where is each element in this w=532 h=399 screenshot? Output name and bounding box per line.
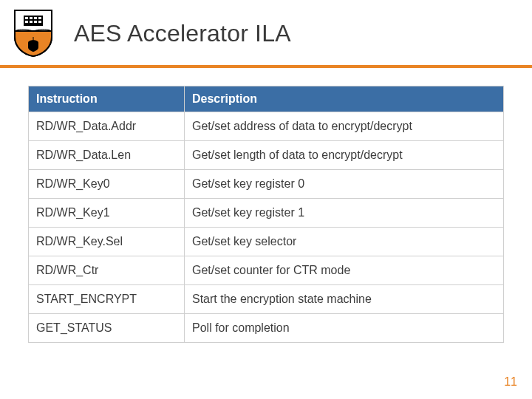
cell-instruction: RD/WR_Key0 xyxy=(29,170,185,199)
table-row: START_ENCRYPT Start the encryption state… xyxy=(29,285,504,314)
table-row: RD/WR_Key1 Get/set key register 1 xyxy=(29,199,504,228)
cell-description: Get/set key register 0 xyxy=(185,170,504,199)
table-row: RD/WR_Data.Len Get/set length of data to… xyxy=(29,141,504,170)
slide-header: AES Accelerator ILA xyxy=(0,0,532,58)
col-header-description: Description xyxy=(185,86,504,112)
svg-rect-2 xyxy=(30,17,33,19)
svg-rect-6 xyxy=(30,21,33,23)
table-row: RD/WR_Key0 Get/set key register 0 xyxy=(29,170,504,199)
cell-description: Get/set address of data to encrypt/decry… xyxy=(185,112,504,141)
cell-instruction: RD/WR_Ctr xyxy=(29,256,185,285)
cell-instruction: RD/WR_Data.Len xyxy=(29,141,185,170)
table-row: RD/WR_Ctr Get/set counter for CTR mode xyxy=(29,256,504,285)
cell-description: Get/set key selector xyxy=(185,228,504,256)
svg-rect-4 xyxy=(38,17,41,19)
table-container: Instruction Description RD/WR_Data.Addr … xyxy=(0,68,532,343)
cell-instruction: RD/WR_Data.Addr xyxy=(29,112,185,141)
table-row: RD/WR_Data.Addr Get/set address of data … xyxy=(29,112,504,141)
cell-description: Get/set length of data to encrypt/decryp… xyxy=(185,141,504,170)
cell-description: Get/set key register 1 xyxy=(185,199,504,228)
cell-instruction: GET_STATUS xyxy=(29,314,185,343)
svg-rect-1 xyxy=(25,17,28,19)
page-number: 11 xyxy=(504,375,517,389)
table-row: RD/WR_Key.Sel Get/set key selector xyxy=(29,228,504,256)
svg-rect-8 xyxy=(38,21,41,23)
svg-rect-3 xyxy=(34,17,37,19)
cell-description: Start the encryption state machine xyxy=(185,285,504,314)
instruction-table: Instruction Description RD/WR_Data.Addr … xyxy=(28,86,504,343)
svg-rect-7 xyxy=(34,21,37,23)
cell-instruction: RD/WR_Key1 xyxy=(29,199,185,228)
cell-instruction: RD/WR_Key.Sel xyxy=(29,228,185,256)
cell-description: Get/set counter for CTR mode xyxy=(185,256,504,285)
slide-title: AES Accelerator ILA xyxy=(74,20,291,47)
princeton-shield-icon xyxy=(13,9,53,58)
table-row: GET_STATUS Poll for completion xyxy=(29,314,504,343)
cell-instruction: START_ENCRYPT xyxy=(29,285,185,314)
col-header-instruction: Instruction xyxy=(29,86,185,112)
svg-rect-5 xyxy=(25,21,28,23)
cell-description: Poll for completion xyxy=(185,314,504,343)
table-header-row: Instruction Description xyxy=(29,86,504,112)
